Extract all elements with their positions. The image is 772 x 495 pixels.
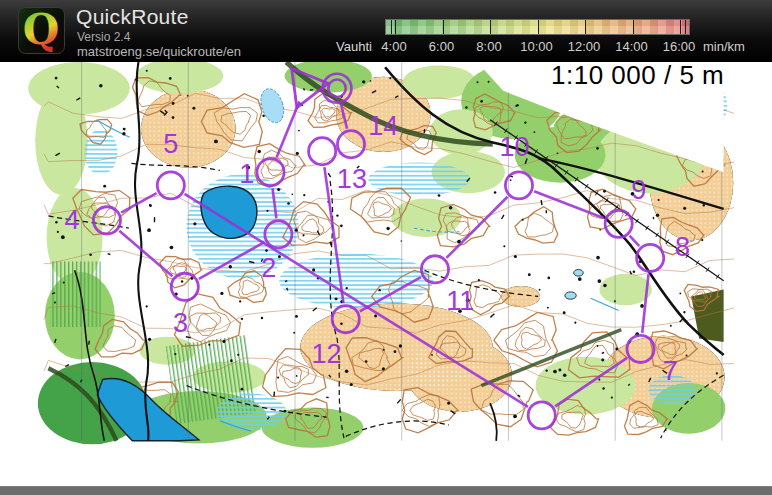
pond bbox=[574, 269, 584, 276]
pace-tick bbox=[395, 20, 396, 34]
pace-tick-label: 16:00 bbox=[656, 39, 702, 54]
pace-tick bbox=[633, 20, 634, 34]
pace-tick bbox=[585, 20, 586, 34]
app-title: QuickRoute bbox=[76, 5, 189, 29]
header-bar: Q QuickRoute Versio 2.4 matstroeng.se/qu… bbox=[0, 0, 772, 62]
control-number-1: 1 bbox=[239, 158, 254, 189]
control-number-9: 9 bbox=[631, 174, 646, 205]
quickroute-logo-icon: Q bbox=[18, 7, 65, 54]
control-number-2: 2 bbox=[261, 252, 276, 283]
svg-text:Q: Q bbox=[23, 7, 60, 54]
control-number-12: 12 bbox=[311, 338, 341, 369]
pace-tick-label: 12:00 bbox=[561, 39, 607, 54]
control-number-14: 14 bbox=[368, 110, 398, 141]
map-canvas[interactable]: 123457891011121314 bbox=[0, 62, 772, 495]
pace-unit-label: min/km bbox=[703, 39, 763, 54]
pace-tick bbox=[391, 20, 392, 34]
pace-tick-label: 10:00 bbox=[514, 39, 560, 54]
pace-tick-label: 6:00 bbox=[419, 39, 465, 54]
pace-tick bbox=[685, 20, 686, 34]
pace-tick-label: 4:00 bbox=[371, 39, 417, 54]
legend-title: Vauhti bbox=[306, 39, 372, 54]
orienteering-map[interactable]: 123457891011121314 bbox=[0, 62, 772, 495]
control-number-8: 8 bbox=[675, 231, 690, 262]
control-number-13: 13 bbox=[337, 163, 367, 194]
pace-tick bbox=[490, 20, 491, 34]
control-number-11: 11 bbox=[446, 285, 474, 316]
control-number-7: 7 bbox=[663, 355, 678, 386]
pace-tick bbox=[680, 20, 681, 34]
control-number-10: 10 bbox=[500, 131, 530, 162]
control-number-3: 3 bbox=[173, 307, 188, 338]
lake bbox=[201, 186, 257, 238]
app-site-url[interactable]: matstroeng.se/quickroute/en bbox=[77, 44, 241, 59]
control-number-5: 5 bbox=[163, 128, 178, 159]
bottom-panel-edge bbox=[0, 486, 772, 495]
pace-tick-label: 8:00 bbox=[466, 39, 512, 54]
pace-tick bbox=[443, 20, 444, 34]
app-version: Versio 2.4 bbox=[77, 30, 130, 44]
pace-tick-label: 14:00 bbox=[609, 39, 655, 54]
pace-tick bbox=[538, 20, 539, 34]
control-number-4: 4 bbox=[64, 204, 79, 235]
quickroute-window: Q QuickRoute Versio 2.4 matstroeng.se/qu… bbox=[0, 0, 772, 495]
pond bbox=[565, 292, 576, 299]
pace-gradient-bar[interactable] bbox=[385, 19, 690, 35]
map-scale-text: 1:10 000 / 5 m bbox=[551, 60, 724, 91]
